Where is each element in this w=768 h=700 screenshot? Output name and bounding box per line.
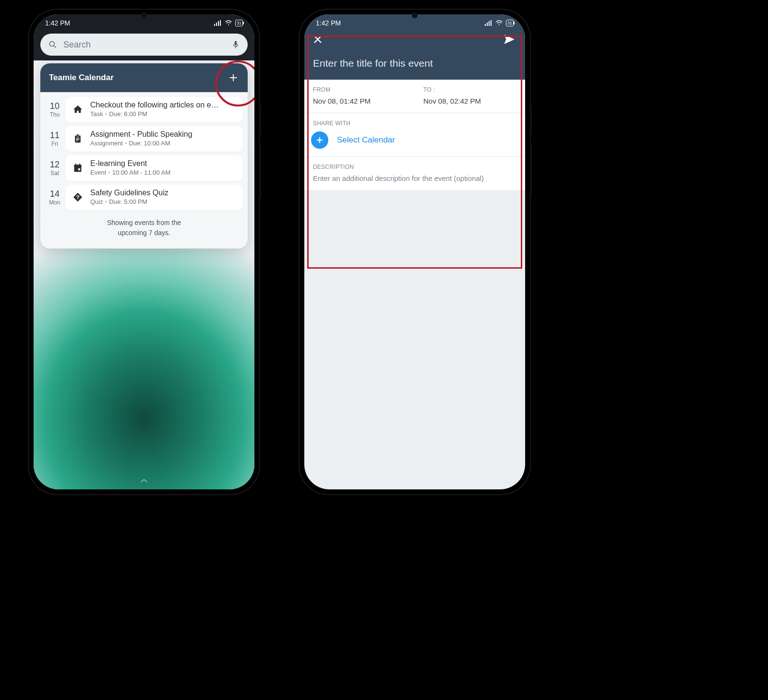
- status-time: 1:42 PM: [316, 19, 341, 27]
- event-row[interactable]: 10 Thu Checkout the following articles o…: [40, 92, 248, 124]
- select-calendar-button[interactable]: Select Calendar: [304, 129, 525, 156]
- calendar-widget: Teamie Calendar 10 Thu: [40, 63, 248, 249]
- svg-point-4: [228, 24, 229, 25]
- svg-point-5: [49, 41, 54, 46]
- svg-rect-2: [218, 21, 219, 26]
- signal-icon: [485, 20, 492, 26]
- svg-text:?: ?: [76, 194, 80, 200]
- svg-rect-24: [491, 20, 492, 26]
- svg-rect-11: [77, 134, 79, 136]
- calendar-event-icon: [71, 161, 84, 175]
- svg-rect-16: [74, 165, 82, 166]
- svg-rect-12: [76, 138, 80, 138]
- svg-rect-22: [487, 23, 488, 26]
- event-date: 14 Mon: [44, 185, 65, 210]
- event-date: 11 Fri: [44, 126, 65, 152]
- to-time-field[interactable]: TO : Nov 08, 02:42 PM: [415, 80, 525, 113]
- event-meta: Quiz•Due: 5:00 PM: [90, 198, 236, 205]
- search-icon: [48, 40, 58, 49]
- svg-line-6: [54, 46, 56, 48]
- svg-rect-19: [78, 168, 80, 170]
- svg-rect-18: [79, 163, 80, 165]
- search-placeholder: Search: [63, 40, 226, 50]
- nav-handle-icon[interactable]: [34, 477, 254, 486]
- event-title: E-learning Event: [90, 159, 236, 168]
- widget-title: Teamie Calendar: [49, 73, 114, 83]
- svg-rect-21: [485, 24, 486, 26]
- battery-icon: 31: [506, 20, 514, 26]
- mic-icon[interactable]: [231, 39, 240, 50]
- wifi-icon: [225, 20, 232, 26]
- event-meta: Task•Due: 6:00 PM: [90, 110, 236, 118]
- add-event-button[interactable]: [228, 72, 239, 83]
- add-calendar-icon: [311, 131, 328, 149]
- svg-rect-13: [76, 139, 80, 139]
- svg-rect-23: [489, 21, 490, 26]
- widget-header: Teamie Calendar: [40, 63, 248, 92]
- signal-icon: [214, 20, 222, 26]
- send-button[interactable]: [503, 34, 516, 47]
- time-section: FROM Nov 08, 01:42 PM TO : Nov 08, 02:42…: [304, 80, 525, 113]
- search-bar[interactable]: Search: [40, 34, 248, 56]
- event-title: Safety Guidelines Quiz: [90, 189, 236, 197]
- event-row[interactable]: 11 Fri Assignment - Public Speaking Assi…: [40, 124, 248, 154]
- svg-rect-1: [216, 23, 217, 26]
- svg-rect-17: [75, 163, 76, 165]
- event-date: 10 Thu: [44, 97, 65, 122]
- from-time-field[interactable]: FROM Nov 08, 01:42 PM: [304, 80, 415, 113]
- widget-footer-note: Showing events from theupcoming 7 days.: [40, 212, 248, 249]
- close-button[interactable]: [312, 34, 324, 47]
- svg-rect-3: [220, 20, 221, 26]
- event-title-input[interactable]: Enter the title for this event: [304, 50, 525, 80]
- event-title: Checkout the following articles on e…: [90, 101, 236, 109]
- event-date: 12 Sat: [44, 155, 65, 181]
- home-icon: [71, 103, 84, 116]
- svg-rect-0: [214, 24, 215, 26]
- svg-point-25: [499, 24, 500, 25]
- svg-rect-14: [76, 140, 78, 141]
- event-row[interactable]: 12 Sat E-learning Event Event•10:00 AM -…: [40, 154, 248, 183]
- quiz-icon: ?: [71, 190, 84, 204]
- clipboard-icon: [71, 132, 84, 145]
- svg-rect-7: [235, 47, 236, 48]
- event-title: Assignment - Public Speaking: [90, 130, 236, 139]
- status-time: 1:42 PM: [45, 19, 70, 27]
- event-create-screen: 1:42 PM 31: [304, 14, 525, 489]
- wifi-icon: [495, 20, 503, 26]
- battery-icon: 31: [235, 20, 243, 26]
- share-with-section: SHARE WITH Select Calendar: [304, 113, 525, 157]
- description-section: DESCRIPTION Enter an additional descript…: [304, 157, 525, 190]
- event-meta: Event•10:00 AM - 11:00 AM: [90, 169, 236, 176]
- description-input[interactable]: Enter an additional description for the …: [313, 174, 516, 182]
- event-row[interactable]: 14 Mon ? Safety Guidelines Quiz Quiz•Due…: [40, 183, 248, 212]
- event-meta: Assignment•Due: 10:00 AM: [90, 140, 236, 147]
